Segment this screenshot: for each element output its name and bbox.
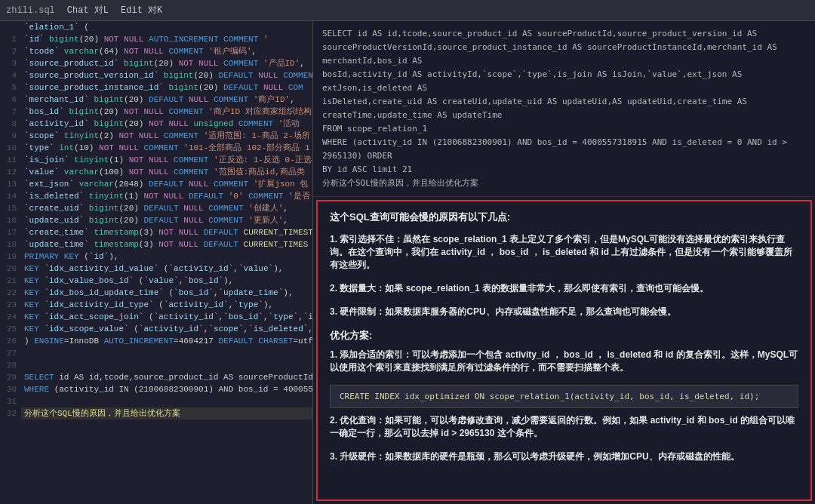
line-number: 18: [0, 238, 21, 250]
code-line: 7 `bos_id` bigint(20) NOT NULL COMMENT '…: [0, 106, 312, 118]
line-content: `activity_id` bigint(20) NOT NULL unsign…: [21, 118, 312, 130]
code-line: 21 KEY `idx_value_bos_id` (`value`,`bos_…: [0, 275, 312, 287]
line-content: KEY `idx_value_bos_id` (`value`,`bos_id`…: [21, 275, 312, 287]
line-number: 27: [0, 347, 21, 359]
ai-section-1: 1. 索引选择不佳：虽然在 scope_relation_1 表上定义了多个索引…: [330, 233, 798, 272]
line-content: `value` varchar(100) NOT NULL COMMENT '范…: [21, 166, 312, 178]
line-content: KEY `idx_bos_id_update_time` (`bos_id`,`…: [21, 287, 312, 299]
line-number: 1: [0, 33, 21, 45]
line-content: `scope` tinyint(2) NOT NULL COMMENT '适用范…: [21, 130, 312, 142]
line-number: 25: [0, 323, 21, 335]
code-line: 10 `type` int(10) NOT NULL COMMENT '101-…: [0, 142, 312, 154]
line-content: `is_deleted` tinyint(1) NOT NULL DEFAULT…: [21, 190, 312, 202]
code-line: 3 `source_product_id` bigint(20) NOT NUL…: [0, 57, 312, 69]
code-line: 24 KEY `idx_act_scope_join` (`activity_i…: [0, 311, 312, 323]
line-number: 3: [0, 57, 21, 69]
code-line: 2 `tcode` varchar(64) NOT NULL COMMENT '…: [0, 45, 312, 57]
line-content: `create_time` timestamp(3) NOT NULL DEFA…: [21, 226, 312, 238]
line-number: 31: [0, 395, 21, 407]
line-content: WHERE (activity_id IN (21006882300901) A…: [21, 383, 312, 395]
menu-bar: Chat 对L Edit 对K: [67, 4, 162, 17]
line-number: 14: [0, 190, 21, 202]
line-number: 8: [0, 118, 21, 130]
line-number: 15: [0, 202, 21, 214]
optimize-section-1-title: 1. 添加合适的索引：可以考虑添加一个包含 activity_id ， bos_…: [330, 349, 798, 374]
line-number: 11: [0, 154, 21, 166]
line-content: KEY `idx_activity_id_type` (`activity_id…: [21, 299, 312, 311]
code-line: 1 `id` bigint(20) NOT NULL AUTO_INCREMEN…: [0, 33, 312, 45]
sql-context-text: SELECT id AS id,tcode,source_product_id …: [313, 21, 815, 197]
line-content: `ext_json` varchar(2048) DEFAULT NULL CO…: [21, 178, 312, 190]
ai-section-3-title: 3. 硬件限制：如果数据库服务器的CPU、内存或磁盘性能不足，那么查询也可能会慢…: [330, 306, 798, 318]
line-number: 7: [0, 106, 21, 118]
line-number: 32: [0, 407, 21, 419]
line-number: 13: [0, 178, 21, 190]
code-area: `elation_1` ( 1 `id` bigint(20) NOT NULL…: [0, 21, 312, 419]
optimize-section-1: 1. 添加合适的索引：可以考虑添加一个包含 activity_id ， bos_…: [330, 349, 798, 374]
line-content: `type` int(10) NOT NULL COMMENT '101-全部商…: [21, 142, 312, 154]
code-line: 13 `ext_json` varchar(2048) DEFAULT NULL…: [0, 178, 312, 190]
code-line: 30 WHERE (activity_id IN (21006882300901…: [0, 383, 312, 395]
line-number: 10: [0, 142, 21, 154]
line-content: SELECT id AS id,tcode,source_product_id …: [21, 371, 312, 383]
code-line: 25 KEY `idx_scope_value` (`activity_id`,…: [0, 323, 312, 335]
line-content: [21, 359, 312, 371]
code-line: 20 KEY `idx_activity_id_value` (`activit…: [0, 263, 312, 275]
code-line: 14 `is_deleted` tinyint(1) NOT NULL DEFA…: [0, 190, 312, 202]
line-content: `bos_id` bigint(20) NOT NULL COMMENT '商户…: [21, 106, 312, 118]
line-content: `update_time` timestamp(3) NOT NULL DEFA…: [21, 238, 312, 250]
ai-response-area: 这个SQL查询可能会慢的原因有以下几点: 1. 索引选择不佳：虽然在 scope…: [316, 200, 812, 501]
ai-section-3: 3. 硬件限制：如果数据库服务器的CPU、内存或磁盘性能不足，那么查询也可能会慢…: [330, 306, 798, 318]
menu-edit[interactable]: Edit 对K: [121, 4, 162, 17]
line-content: `tcode` varchar(64) NOT NULL COMMENT '租户…: [21, 45, 312, 57]
line-content: KEY `idx_scope_value` (`activity_id`,`sc…: [21, 323, 312, 335]
code-line: 17 `create_time` timestamp(3) NOT NULL D…: [0, 226, 312, 238]
code-line: 6 `merchant_id` bigint(20) DEFAULT NULL …: [0, 94, 312, 106]
line-content: `update_uid` bigint(20) DEFAULT NULL COM…: [21, 214, 312, 226]
code-line: 16 `update_uid` bigint(20) DEFAULT NULL …: [0, 214, 312, 226]
line-content: KEY `idx_act_scope_join` (`activity_id`,…: [21, 311, 312, 323]
menu-chat[interactable]: Chat 对L: [67, 4, 109, 17]
main-content: `elation_1` ( 1 `id` bigint(20) NOT NULL…: [0, 21, 815, 504]
line-content: `id` bigint(20) NOT NULL AUTO_INCREMENT …: [21, 33, 312, 45]
ai-response-heading: 这个SQL查询可能会慢的原因有以下几点:: [330, 211, 798, 224]
code-line-highlighted: 32 分析这个SQL慢的原因，并且给出优化方案: [0, 407, 312, 419]
line-number: 17: [0, 226, 21, 238]
line-number: 26: [0, 335, 21, 347]
line-content: `create_uid` bigint(20) DEFAULT NULL COM…: [21, 202, 312, 214]
code-line: `elation_1` (: [0, 21, 312, 33]
left-panel: `elation_1` ( 1 `id` bigint(20) NOT NULL…: [0, 21, 313, 504]
line-content: [21, 347, 312, 359]
line-number: 24: [0, 311, 21, 323]
line-content: `source_product_version_id` bigint(20) D…: [21, 69, 312, 81]
code-line: 11 `is_join` tinyint(1) NOT NULL COMMENT…: [0, 154, 312, 166]
line-number: 2: [0, 45, 21, 57]
line-number: 4: [0, 69, 21, 81]
line-number: 20: [0, 263, 21, 275]
line-content: KEY `idx_activity_id_value` (`activity_i…: [21, 263, 312, 275]
code-line: 29 SELECT id AS id,tcode,source_product_…: [0, 371, 312, 383]
line-content: `source_product_id` bigint(20) NOT NULL …: [21, 57, 312, 69]
code-line: 31: [0, 395, 312, 407]
code-line: 4 `source_product_version_id` bigint(20)…: [0, 69, 312, 81]
file-title: zhili.sql: [6, 5, 55, 16]
line-content: ) ENGINE=InnoDB AUTO_INCREMENT=4604217 D…: [21, 335, 312, 347]
code-line: 27: [0, 347, 312, 359]
line-content: `merchant_id` bigint(20) DEFAULT NULL CO…: [21, 94, 312, 106]
line-number: 5: [0, 81, 21, 94]
code-line: 22 KEY `idx_bos_id_update_time` (`bos_id…: [0, 287, 312, 299]
line-content: PRIMARY KEY (`id`),: [21, 250, 312, 263]
code-line: 26 ) ENGINE=InnoDB AUTO_INCREMENT=460421…: [0, 335, 312, 347]
optimize-section-3-title: 3. 升级硬件：如果数据库的硬件是瓶颈，那么可以考虑升级硬件，例如增加CPU、内…: [330, 450, 798, 463]
optimize-section-2-title: 2. 优化查询：如果可能，可以考虑修改查询，减少需要返回的行数。例如，如果 ac…: [330, 414, 798, 440]
line-content: `elation_1` (: [21, 21, 312, 33]
line-number: 23: [0, 299, 21, 311]
line-number: 30: [0, 383, 21, 395]
line-content: 分析这个SQL慢的原因，并且给出优化方案: [21, 407, 312, 419]
line-number: 16: [0, 214, 21, 226]
line-number: 29: [0, 371, 21, 383]
code-line: 18 `update_time` timestamp(3) NOT NULL D…: [0, 238, 312, 250]
line-content: `source_product_instance_id` bigint(20) …: [21, 81, 312, 94]
code-line: 28: [0, 359, 312, 371]
code-line: 9 `scope` tinyint(2) NOT NULL COMMENT '适…: [0, 130, 312, 142]
